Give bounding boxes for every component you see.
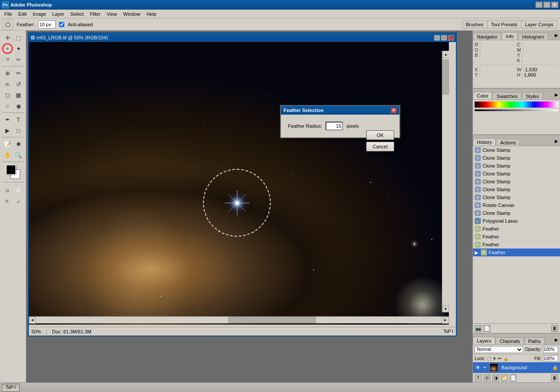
doc-minimize-button[interactable]: ─ xyxy=(434,35,440,41)
history-item-6[interactable]: S Clone Stamp xyxy=(473,193,560,201)
delete-state-button[interactable]: 🗑 xyxy=(551,325,558,332)
histogram-tab[interactable]: Histogram xyxy=(518,33,548,40)
history-item-2[interactable]: S Clone Stamp xyxy=(473,162,560,170)
feather-radius-input[interactable] xyxy=(326,122,343,130)
swatches-tab[interactable]: Swatches xyxy=(493,92,522,99)
history-item-lasso[interactable]: L Polygonal Lasso xyxy=(473,217,560,225)
feather-value-input[interactable] xyxy=(38,21,56,28)
close-button[interactable]: ✕ xyxy=(551,2,558,8)
eraser-tool[interactable]: ◻ xyxy=(2,90,13,100)
menu-edit[interactable]: Edit xyxy=(16,10,29,18)
menu-window[interactable]: Window xyxy=(121,10,143,18)
hand-tool[interactable]: ✋ xyxy=(2,150,13,160)
h-scroll-thumb[interactable] xyxy=(228,317,316,323)
menu-image[interactable]: Image xyxy=(30,10,49,18)
history-item-4[interactable]: S Clone Stamp xyxy=(473,178,560,186)
dodge-tool[interactable]: ○ xyxy=(2,101,13,111)
history-scroll-area[interactable]: S Clone Stamp S Clone Stamp S Clone Stam… xyxy=(473,146,560,323)
gradient-tool[interactable]: ▦ xyxy=(13,90,24,100)
quick-mask-tool[interactable]: ⊡ xyxy=(2,186,13,196)
crop-tool[interactable]: ⌗ xyxy=(2,54,13,65)
brush-tool[interactable]: ✏ xyxy=(13,68,24,78)
maximize-button[interactable]: □ xyxy=(543,2,550,8)
extra-tool-2[interactable]: ⤢ xyxy=(13,196,24,207)
create-doc-button[interactable]: 📄 xyxy=(483,325,490,332)
scroll-down-button[interactable]: ▼ xyxy=(442,305,449,312)
color-tab[interactable]: Color xyxy=(473,92,492,99)
marquee-tool[interactable]: ⬚ xyxy=(13,32,24,43)
blend-mode-select[interactable]: Normal xyxy=(475,346,523,353)
screen-mode-tool[interactable]: ⬜ xyxy=(13,186,24,196)
horizontal-scrollbar[interactable]: ◄ ► xyxy=(29,316,449,323)
vertical-scrollbar[interactable]: ▲ ▼ xyxy=(442,51,449,312)
type-tool[interactable]: T xyxy=(13,114,24,125)
eyedropper-tool[interactable]: ✱ xyxy=(13,139,24,149)
move-tool[interactable]: ✛ xyxy=(2,32,13,43)
menu-file[interactable]: File xyxy=(2,10,15,18)
magic-wand-tool[interactable]: ✦ xyxy=(13,43,24,54)
new-layer-button[interactable]: 📄 xyxy=(510,374,517,382)
history-item-7[interactable]: S Clone Stamp xyxy=(473,209,560,217)
layer-styles-button[interactable]: f xyxy=(475,374,482,382)
scroll-up-button[interactable]: ▲ xyxy=(442,51,449,58)
layer-comps-panel-tab[interactable]: Layer Comps xyxy=(522,21,557,28)
doc-close-button[interactable]: ✕ xyxy=(448,35,454,41)
new-snapshot-button[interactable]: 📷 xyxy=(475,325,482,332)
paths-tab[interactable]: Paths xyxy=(525,337,545,344)
history-brush-tool[interactable]: ↺ xyxy=(13,79,24,89)
blur-tool[interactable]: ◉ xyxy=(13,101,24,111)
foreground-color[interactable] xyxy=(6,165,16,175)
menu-help[interactable]: Help xyxy=(144,10,159,18)
extra-tool-1[interactable]: ⇱ xyxy=(2,196,13,207)
brushes-panel-tab[interactable]: Brushes xyxy=(462,21,487,28)
heal-tool[interactable]: ⊕ xyxy=(2,68,13,78)
clone-stamp-tool[interactable]: ⎋ xyxy=(2,79,13,89)
navigator-tab[interactable]: Navigator xyxy=(473,33,501,40)
scroll-right-button[interactable]: ► xyxy=(442,317,449,324)
add-mask-button[interactable]: ⊙ xyxy=(483,374,490,382)
history-tab[interactable]: History xyxy=(473,138,496,146)
color-panel-menu[interactable]: ▶ xyxy=(553,91,560,98)
taskbar-top-i[interactable]: ToP I xyxy=(2,384,20,392)
feather-ok-button[interactable]: OK xyxy=(366,130,394,140)
color-gradient-bar[interactable] xyxy=(475,102,558,108)
minimize-button[interactable]: ─ xyxy=(536,2,542,8)
history-item-1[interactable]: S Clone Stamp xyxy=(473,154,560,162)
notes-tool[interactable]: 📝 xyxy=(2,139,13,149)
history-item-feather-2[interactable]: F Feather xyxy=(473,233,560,241)
new-group-button[interactable]: 📁 xyxy=(501,374,508,382)
tool-presets-panel-tab[interactable]: Tool Presets xyxy=(487,21,522,28)
background-layer-row[interactable]: 👁 ✏ Background 🔒 xyxy=(473,362,560,373)
info-tab[interactable]: Info xyxy=(502,32,518,40)
history-item-0[interactable]: S Clone Stamp xyxy=(473,146,560,154)
info-panel-menu[interactable]: ▶ xyxy=(553,32,560,38)
history-item-feather-3[interactable]: F Feather xyxy=(473,241,560,248)
scroll-left-button[interactable]: ◄ xyxy=(29,317,36,324)
opacity-input[interactable] xyxy=(543,346,558,353)
menu-select[interactable]: Select xyxy=(68,10,87,18)
menu-view[interactable]: View xyxy=(104,10,120,18)
history-item-3[interactable]: S Clone Stamp xyxy=(473,170,560,178)
history-item-rotate[interactable]: R Rotate Canvas xyxy=(473,201,560,209)
history-item-feather-1[interactable]: F Feather xyxy=(473,225,560,233)
menu-filter[interactable]: Filter xyxy=(87,10,103,18)
v-scroll-thumb[interactable] xyxy=(442,60,449,94)
fill-input[interactable] xyxy=(543,355,558,361)
anti-aliased-checkbox[interactable] xyxy=(59,22,64,27)
history-item-feather-4[interactable]: ▶ F Feather xyxy=(473,248,560,256)
delete-layer-button[interactable]: 🗑 xyxy=(551,374,558,382)
lightness-slider[interactable] xyxy=(475,109,558,111)
layers-panel-menu[interactable]: ▶ xyxy=(553,336,560,343)
history-panel-menu[interactable]: ▶ xyxy=(553,138,560,144)
path-select-tool[interactable]: ▶ xyxy=(2,125,13,136)
lasso-tool[interactable]: ⌖ xyxy=(2,43,13,54)
styles-tab[interactable]: Styles xyxy=(522,92,543,99)
layer-visibility-toggle[interactable]: 👁 xyxy=(475,364,481,371)
doc-maximize-button[interactable]: □ xyxy=(441,35,447,41)
feather-cancel-button[interactable]: Cancel xyxy=(366,142,394,151)
shape-tool[interactable]: □ xyxy=(13,125,24,136)
zoom-tool[interactable]: 🔍 xyxy=(13,150,24,160)
new-adjustment-layer-button[interactable]: ◑ xyxy=(492,374,499,382)
channels-tab[interactable]: Channels xyxy=(496,337,524,344)
pen-tool[interactable]: ✒ xyxy=(2,114,13,125)
